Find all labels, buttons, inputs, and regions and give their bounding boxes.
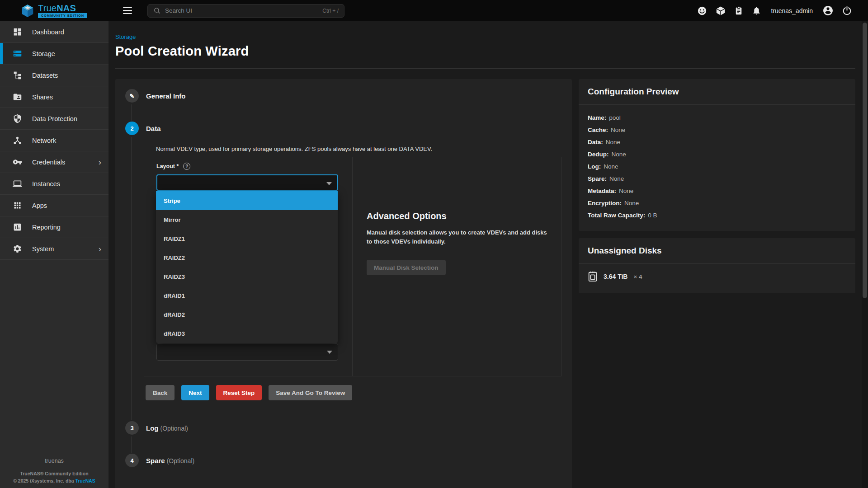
chevron-down-icon [326, 182, 332, 185]
checklist-clipboard-icon[interactable] [734, 6, 743, 16]
chevron-down-icon [327, 351, 332, 354]
edition-label: TrueNAS® Community Edition [0, 471, 108, 476]
main-content: Storage Pool Creation Wizard ✎ General I… [108, 21, 868, 488]
step-connector [132, 137, 132, 420]
sidebar-item-system[interactable]: System › [0, 238, 108, 260]
secondary-select[interactable] [156, 343, 338, 361]
advanced-options-section: Advanced Options Manual disk selection a… [367, 211, 550, 275]
step-spare[interactable]: 4 Spare(Optional) [125, 454, 194, 467]
configuration-preview-title: Configuration Preview [588, 87, 679, 97]
topbar: TrueNAS COMMUNITY EDITION Ctrl + / truen… [0, 0, 868, 21]
sidebar-item-credentials[interactable]: Credentials › [0, 151, 108, 173]
jobs-cube-icon[interactable] [716, 6, 726, 16]
config-row-data: Data:None [588, 136, 846, 148]
global-search[interactable]: Ctrl + / [147, 4, 344, 18]
search-icon [153, 7, 161, 14]
option-draid2[interactable]: dRAID2 [156, 305, 338, 324]
next-button[interactable]: Next [181, 385, 209, 400]
config-row-log: Log:None [588, 160, 846, 173]
scrollbar-thumb[interactable] [863, 23, 867, 298]
disk-size: 3.64 TiB [604, 273, 627, 280]
key-icon [12, 157, 23, 168]
sidebar-footer: truenas TrueNAS® Community Edition © 202… [0, 458, 108, 483]
option-raidz1[interactable]: RAIDZ1 [156, 229, 338, 248]
wizard-buttons: Back Next Reset Step Save And Go To Revi… [146, 385, 352, 400]
sidebar-item-network[interactable]: Network [0, 130, 108, 151]
brand-name: TrueNAS [38, 4, 76, 13]
disk-count: × 4 [633, 273, 642, 280]
option-draid1[interactable]: dRAID1 [156, 286, 338, 305]
step-connector [132, 104, 132, 121]
shared-folder-icon [12, 92, 23, 103]
reset-step-button[interactable]: Reset Step [216, 385, 262, 400]
network-hub-icon [12, 135, 23, 146]
config-row-cache: Cache:None [588, 124, 846, 136]
config-row-total-capacity: Total Raw Capacity:0 B [588, 209, 846, 221]
step-general-info[interactable]: ✎ General Info [125, 89, 186, 103]
layout-dropdown-panel: Stripe Mirror RAIDZ1 RAIDZ2 RAIDZ3 dRAID… [156, 191, 338, 343]
unassigned-disks-card: Unassigned Disks 3.64 TiB × 4 [579, 238, 855, 293]
sidebar: Dashboard Storage Datasets Shares Data P… [0, 21, 108, 488]
edit-pencil-icon: ✎ [125, 89, 139, 103]
datasets-tree-icon [12, 70, 23, 81]
step-connector [132, 436, 132, 453]
configuration-preview-header: Configuration Preview [579, 79, 855, 105]
truenas-cube-icon [21, 4, 34, 18]
option-mirror[interactable]: Mirror [156, 210, 338, 229]
page-header: Storage Pool Creation Wizard [115, 21, 855, 69]
chevron-right-icon: › [99, 158, 101, 166]
column-divider [352, 157, 353, 376]
dashboard-icon [12, 27, 23, 38]
storage-icon [12, 48, 23, 59]
option-stripe[interactable]: Stripe [156, 191, 338, 210]
sidebar-item-shares[interactable]: Shares [0, 86, 108, 108]
pool-wizard-card: ✎ General Info 2 Data Normal VDEV type, … [115, 79, 572, 488]
gear-icon [12, 244, 23, 254]
sidebar-item-reporting[interactable]: Reporting [0, 216, 108, 238]
menu-icon[interactable] [123, 7, 132, 14]
copyright: © 2025 iXsystems, Inc. dba TrueNAS [0, 478, 108, 483]
sidebar-item-dashboard[interactable]: Dashboard [0, 21, 108, 43]
config-row-name: Name:pool [588, 112, 846, 124]
manual-disk-selection-button[interactable]: Manual Disk Selection [367, 260, 446, 275]
user-avatar-icon[interactable] [822, 5, 834, 16]
option-raidz3[interactable]: RAIDZ3 [156, 267, 338, 286]
step-log[interactable]: 3 Log(Optional) [125, 421, 188, 435]
search-shortcut-hint: Ctrl + / [322, 8, 339, 14]
config-row-spare: Spare:None [588, 173, 846, 185]
breadcrumb[interactable]: Storage [115, 33, 136, 40]
notifications-bell-icon[interactable] [752, 6, 761, 15]
truenas-logo[interactable]: TrueNAS COMMUNITY EDITION [0, 4, 108, 18]
sidebar-item-datasets[interactable]: Datasets [0, 65, 108, 86]
chevron-right-icon: › [99, 244, 101, 253]
power-icon[interactable] [842, 6, 852, 15]
layout-field-label: Layout * [156, 163, 179, 169]
config-row-dedup: Dedup:None [588, 148, 846, 160]
config-row-metadata: Metadata:None [588, 185, 846, 197]
option-draid3[interactable]: dRAID3 [156, 324, 338, 343]
save-and-review-button[interactable]: Save And Go To Review [269, 385, 352, 400]
sidebar-item-apps[interactable]: Apps [0, 195, 108, 216]
unassigned-disks-title: Unassigned Disks [588, 246, 662, 256]
back-button[interactable]: Back [146, 385, 175, 400]
truenas-link[interactable]: TrueNAS [75, 478, 95, 483]
page-title: Pool Creation Wizard [115, 44, 855, 59]
bar-chart-icon [12, 222, 23, 233]
help-icon[interactable]: ? [183, 163, 190, 170]
configuration-preview-card: Configuration Preview Name:pool Cache:No… [579, 79, 855, 231]
layout-select[interactable] [156, 174, 338, 191]
sidebar-item-data-protection[interactable]: Data Protection [0, 108, 108, 130]
unassigned-disks-header: Unassigned Disks [579, 238, 855, 264]
data-vdev-description: Normal VDEV type, used for primary stora… [156, 145, 500, 152]
sidebar-item-instances[interactable]: Instances [0, 173, 108, 195]
logged-in-username: truenas_admin [771, 7, 813, 14]
apps-grid-icon [12, 200, 23, 211]
laptop-icon [12, 178, 23, 189]
search-input[interactable] [165, 7, 322, 14]
sidebar-item-storage[interactable]: Storage [0, 43, 108, 65]
config-row-encryption: Encryption:None [588, 197, 846, 209]
vertical-scrollbar [862, 21, 868, 488]
option-raidz2[interactable]: RAIDZ2 [156, 248, 338, 267]
feedback-smiley-icon[interactable] [697, 6, 707, 16]
step-data[interactable]: 2 Data [125, 122, 161, 135]
